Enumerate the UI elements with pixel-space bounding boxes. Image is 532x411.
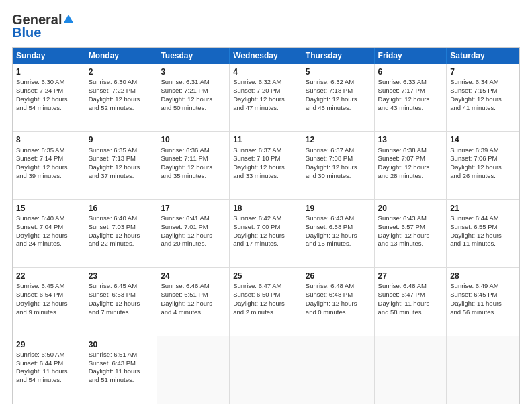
day-info-line: and 58 minutes. [378, 308, 443, 317]
cal-week-1: 1Sunrise: 6:30 AMSunset: 7:24 PMDaylight… [13, 64, 519, 132]
day-info-line: Sunrise: 6:47 AM [233, 282, 298, 291]
day-number: 8 [16, 134, 81, 145]
cal-week-4: 22Sunrise: 6:45 AMSunset: 6:54 PMDayligh… [13, 268, 519, 336]
day-number: 9 [89, 134, 154, 145]
cal-week-2: 8Sunrise: 6:35 AMSunset: 7:14 PMDaylight… [13, 132, 519, 199]
day-info-line: Sunrise: 6:45 AM [89, 282, 154, 291]
day-info-line: Sunset: 7:22 PM [89, 87, 154, 95]
day-info-line: Daylight: 12 hours [450, 232, 516, 240]
calendar-body: 1Sunrise: 6:30 AMSunset: 7:24 PMDaylight… [13, 64, 519, 404]
day-info-line: Daylight: 12 hours [161, 163, 226, 172]
day-info-line: Sunrise: 6:48 AM [378, 282, 443, 291]
cal-cell-day-24: 24Sunrise: 6:46 AMSunset: 6:51 PMDayligh… [157, 268, 230, 335]
cal-cell-empty [157, 336, 230, 404]
day-info-line: Sunset: 7:04 PM [16, 223, 81, 232]
header-day-tuesday: Tuesday [157, 48, 230, 64]
header-day-thursday: Thursday [302, 48, 375, 64]
day-number: 7 [450, 66, 516, 77]
day-info-line: Daylight: 12 hours [306, 163, 371, 172]
day-number: 15 [16, 203, 81, 214]
cal-cell-day-25: 25Sunrise: 6:47 AMSunset: 6:50 PMDayligh… [230, 268, 302, 335]
day-info-line: Daylight: 12 hours [306, 300, 371, 308]
day-info-line: and 20 minutes. [161, 240, 226, 248]
cal-cell-day-17: 17Sunrise: 6:41 AMSunset: 7:01 PMDayligh… [157, 200, 230, 267]
cal-cell-day-10: 10Sunrise: 6:36 AMSunset: 7:11 PMDayligh… [157, 132, 230, 199]
cal-cell-day-28: 28Sunrise: 6:49 AMSunset: 6:45 PMDayligh… [447, 268, 519, 335]
day-info-line: Sunset: 7:15 PM [450, 87, 516, 95]
day-info-line: Daylight: 12 hours [161, 95, 226, 104]
day-info-line: Sunrise: 6:43 AM [378, 214, 443, 223]
day-info-line: Sunrise: 6:44 AM [450, 214, 516, 223]
day-info-line: and 54 minutes. [16, 104, 81, 113]
day-info-line: and 28 minutes. [378, 172, 443, 181]
cal-cell-day-2: 2Sunrise: 6:30 AMSunset: 7:22 PMDaylight… [85, 64, 158, 131]
day-info-line: Daylight: 12 hours [16, 300, 81, 308]
day-number: 21 [450, 203, 516, 214]
day-info-line: Sunset: 7:00 PM [233, 223, 298, 232]
day-info-line: Daylight: 12 hours [233, 163, 298, 172]
day-number: 22 [16, 271, 81, 281]
day-info-line: Sunrise: 6:49 AM [450, 282, 516, 291]
cal-cell-empty [230, 336, 302, 404]
day-info-line: Daylight: 12 hours [233, 95, 298, 104]
cal-cell-day-15: 15Sunrise: 6:40 AMSunset: 7:04 PMDayligh… [13, 200, 85, 267]
day-number: 30 [89, 339, 154, 350]
day-info-line: and 51 minutes. [89, 376, 154, 385]
header: General Blue [12, 12, 520, 40]
logo-icon [63, 14, 74, 25]
day-info-line: and 33 minutes. [233, 172, 298, 181]
day-number: 26 [306, 271, 371, 281]
day-info-line: Daylight: 12 hours [378, 95, 443, 104]
day-number: 24 [161, 271, 226, 281]
day-info-line: Daylight: 12 hours [378, 163, 443, 172]
day-info-line: Sunrise: 6:33 AM [378, 78, 443, 87]
day-info-line: Sunset: 7:07 PM [378, 154, 443, 163]
day-info-line: and 47 minutes. [233, 104, 298, 113]
cal-cell-day-18: 18Sunrise: 6:42 AMSunset: 7:00 PMDayligh… [230, 200, 302, 267]
day-info-line: Sunset: 7:13 PM [89, 154, 154, 163]
day-info-line: Sunset: 6:55 PM [450, 223, 516, 232]
day-info-line: Sunrise: 6:45 AM [16, 282, 81, 291]
day-info-line: Daylight: 12 hours [89, 300, 154, 308]
day-info-line: Sunrise: 6:35 AM [89, 146, 154, 155]
day-info-line: Daylight: 12 hours [306, 95, 371, 104]
day-info-line: and 17 minutes. [233, 240, 298, 248]
header-day-sunday: Sunday [13, 48, 85, 64]
day-info-line: Daylight: 11 hours [89, 367, 154, 376]
day-info-line: and 22 minutes. [89, 240, 154, 248]
day-number: 17 [161, 203, 226, 214]
day-info-line: and 45 minutes. [306, 104, 371, 113]
day-info-line: Sunset: 6:54 PM [16, 291, 81, 300]
day-info-line: Sunset: 6:58 PM [306, 223, 371, 232]
cal-cell-day-11: 11Sunrise: 6:37 AMSunset: 7:10 PMDayligh… [230, 132, 302, 199]
day-info-line: Sunset: 7:03 PM [89, 223, 154, 232]
day-info-line: and 56 minutes. [450, 308, 516, 317]
day-info-line: Daylight: 12 hours [16, 163, 81, 172]
day-number: 28 [450, 271, 516, 281]
day-info-line: Sunset: 7:17 PM [378, 87, 443, 95]
day-info-line: Sunset: 7:24 PM [16, 87, 81, 95]
cal-cell-day-16: 16Sunrise: 6:40 AMSunset: 7:03 PMDayligh… [85, 200, 158, 267]
cal-cell-day-14: 14Sunrise: 6:39 AMSunset: 7:06 PMDayligh… [447, 132, 519, 199]
day-info-line: Sunrise: 6:40 AM [89, 214, 154, 223]
cal-cell-day-26: 26Sunrise: 6:48 AMSunset: 6:48 PMDayligh… [302, 268, 375, 335]
day-info-line: Sunset: 6:57 PM [378, 223, 443, 232]
day-info-line: Sunrise: 6:32 AM [306, 78, 371, 87]
day-info-line: Sunrise: 6:42 AM [233, 214, 298, 223]
day-info-line: Sunset: 6:53 PM [89, 291, 154, 300]
day-info-line: Daylight: 12 hours [89, 163, 154, 172]
day-info-line: and 13 minutes. [378, 240, 443, 248]
day-info-line: Daylight: 12 hours [450, 163, 516, 172]
cal-cell-day-29: 29Sunrise: 6:50 AMSunset: 6:44 PMDayligh… [13, 336, 85, 404]
day-info-line: Sunrise: 6:32 AM [233, 78, 298, 87]
day-info-line: Sunset: 7:14 PM [16, 154, 81, 163]
day-number: 25 [233, 271, 298, 281]
day-number: 11 [233, 134, 298, 145]
day-info-line: Daylight: 11 hours [16, 367, 81, 376]
page: General Blue SundayMondayTuesdayWednesda… [0, 0, 532, 411]
day-info-line: Sunrise: 6:46 AM [161, 282, 226, 291]
day-info-line: Daylight: 12 hours [306, 232, 371, 240]
day-info-line: Sunrise: 6:30 AM [16, 78, 81, 87]
day-info-line: Sunrise: 6:31 AM [161, 78, 226, 87]
day-info-line: and 52 minutes. [89, 104, 154, 113]
